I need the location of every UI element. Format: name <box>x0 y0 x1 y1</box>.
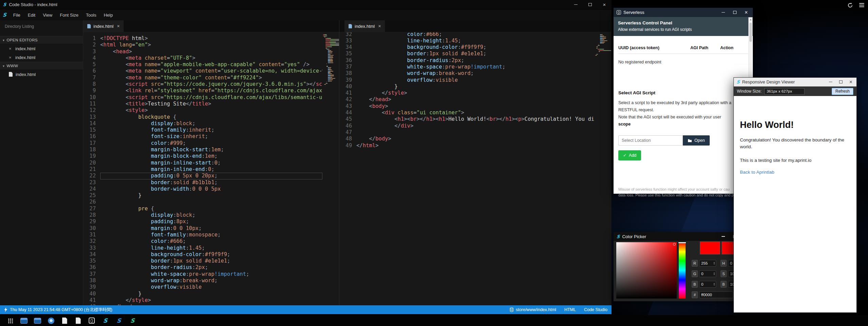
serverless-app-icon[interactable] <box>85 315 99 326</box>
text-document-icon[interactable] <box>58 315 71 326</box>
code-line[interactable]: <meta charset="UTF-8"> <box>100 55 322 61</box>
code-line[interactable]: padding:0 5px 0 20px; <box>100 173 322 179</box>
code-line[interactable]: white-space:pre-wrap!important; <box>100 271 322 277</box>
add-button[interactable]: ✓ Add <box>618 150 641 160</box>
code-line[interactable]: color:#666; <box>100 238 322 245</box>
code-line[interactable]: word-wrap:break-word; <box>100 277 322 284</box>
input-r[interactable]: 255 <box>699 260 716 267</box>
scroll-up-icon[interactable]: ▲ <box>749 17 752 21</box>
hue-slider[interactable] <box>679 242 686 299</box>
minimize-button[interactable] <box>569 0 583 9</box>
file-manager-icon[interactable] <box>17 315 31 326</box>
code-line[interactable]: </div> <box>356 123 595 129</box>
code-line[interactable]: border:1px solid #e1e1e1; <box>100 258 322 264</box>
menu-edit[interactable]: Edit <box>24 11 39 19</box>
open-button[interactable]: Open <box>683 135 710 146</box>
code-line[interactable]: <style> <box>100 107 322 114</box>
status-app-name[interactable]: Code Studio <box>584 307 607 312</box>
code-line[interactable]: } <box>356 83 595 90</box>
stepper-icons[interactable] <box>713 283 716 286</box>
scroll-thumb[interactable] <box>749 23 752 42</box>
maximize-button[interactable] <box>839 80 843 83</box>
input-g[interactable]: 0 <box>699 270 716 277</box>
code-lines[interactable]: <!DOCTYPE html><html lang="en"> <head> <… <box>100 32 322 305</box>
code-line[interactable]: </body> <box>356 136 595 142</box>
hue-thumb[interactable] <box>678 242 686 243</box>
app-grid-icon[interactable] <box>3 315 17 326</box>
menu-help[interactable]: Help <box>100 11 117 19</box>
code-line[interactable]: </head> <box>356 96 595 103</box>
close-button[interactable]: × <box>597 0 612 9</box>
code-line[interactable]: border-radius:2px; <box>100 264 322 271</box>
code-line[interactable]: font-family:inherit; <box>100 127 322 133</box>
code-line[interactable]: blockquote { <box>100 114 322 120</box>
code-line[interactable]: font-size:inherit; <box>100 133 322 140</box>
code-line[interactable]: <meta name="theme-color" content="#ff922… <box>100 75 322 81</box>
menu-tools[interactable]: Tools <box>82 11 100 19</box>
tab-index-html[interactable]: index.html × <box>83 20 124 32</box>
code-line[interactable]: border-radius:2px; <box>356 57 595 64</box>
code-line[interactable]: line-height:1.45; <box>100 245 322 251</box>
code-editor[interactable]: 323334353637383940414243444546474849 col… <box>339 32 611 305</box>
code-line[interactable]: overflow:visible <box>100 284 322 290</box>
code-line[interactable]: padding:8px; <box>100 218 322 225</box>
menu-font-size[interactable]: Font Size <box>56 11 82 19</box>
code-line[interactable]: } <box>100 192 322 199</box>
close-icon[interactable]: × <box>9 55 12 60</box>
tab-close-icon[interactable]: × <box>117 23 120 29</box>
code-line[interactable]: background-color:#f9f9f9; <box>356 44 595 51</box>
code-line[interactable]: <title>Testing Site</title> <box>100 101 322 107</box>
code-line[interactable]: <!DOCTYPE html> <box>100 35 322 42</box>
code-lines[interactable]: color:#666; line-height:1.45; background… <box>356 32 595 305</box>
tab-index-html[interactable]: index.html × <box>344 20 385 32</box>
hex-input[interactable]: ff0000 <box>699 291 733 298</box>
minimap[interactable] <box>322 32 339 305</box>
code-line[interactable]: display:block; <box>100 120 322 127</box>
close-button[interactable]: × <box>849 79 852 85</box>
code-studio-cyan-icon[interactable]: S <box>99 315 112 326</box>
code-line[interactable]: margin-inline-end:0; <box>100 166 322 173</box>
serverless-titlebar[interactable]: Serverless × <box>614 8 753 17</box>
refresh-button[interactable]: Refresh <box>832 88 853 95</box>
code-line[interactable]: line-height:1.45; <box>356 38 595 44</box>
code-line[interactable]: color:#666; <box>356 32 595 38</box>
maximize-button[interactable] <box>733 11 737 14</box>
tab-close-icon[interactable]: × <box>378 23 381 29</box>
menu-icon[interactable] <box>858 2 865 8</box>
code-line[interactable]: } <box>100 291 322 297</box>
sv-cursor[interactable] <box>673 243 676 246</box>
sidebar-item-index.html[interactable]: ×index.html <box>0 53 83 62</box>
code-line[interactable]: margin-inline-start:0; <box>100 160 322 166</box>
code-line[interactable]: border:1px solid #e1e1e1; <box>356 51 595 57</box>
status-file[interactable]: store/www/index.html <box>510 307 556 312</box>
back-to-aprintlab-link[interactable]: Back to Aprintlab <box>740 170 774 175</box>
code-line[interactable]: margin:0 0 10px; <box>100 225 322 232</box>
text-document-icon[interactable] <box>71 315 85 326</box>
code-editor[interactable]: 1234567891011121314151617181920212223242… <box>83 32 339 305</box>
stepper-icons[interactable] <box>713 262 716 265</box>
code-studio-blue-icon[interactable]: S <box>112 315 126 326</box>
code-line[interactable]: <html lang="en"> <box>100 42 322 48</box>
code-line[interactable]: display:block; <box>100 212 322 218</box>
code-line[interactable] <box>356 129 595 136</box>
close-icon[interactable]: × <box>9 46 12 51</box>
code-line[interactable]: <meta name="apple-mobile-web-app-capable… <box>100 61 322 68</box>
status-language[interactable]: HTML <box>564 307 576 312</box>
location-input[interactable] <box>618 135 683 146</box>
code-line[interactable]: font-family:monospace; <box>100 232 322 238</box>
input-b[interactable]: 0 <box>699 281 716 288</box>
code-line[interactable]: background-color:#f9f9f9; <box>100 251 322 258</box>
code-line[interactable]: <body> <box>356 103 595 110</box>
browser-icon[interactable] <box>44 315 58 326</box>
sidebar-item-index.html[interactable]: ×index.html <box>0 44 83 53</box>
code-line[interactable]: margin-block-start:1em; <box>100 147 322 153</box>
saturation-value-picker[interactable] <box>616 242 677 299</box>
code-line[interactable]: margin-block-end:1em; <box>100 153 322 159</box>
code-line[interactable]: border-width:0 0 0 5px <box>100 186 322 192</box>
stepper-icons[interactable] <box>713 272 716 275</box>
color-picker-titlebar[interactable]: S Color Picker × <box>614 232 753 241</box>
code-line[interactable]: <script src="https://cdnjs.cloudflare.co… <box>100 94 322 101</box>
minimize-button[interactable] <box>829 82 832 82</box>
code-line[interactable]: </style> <box>100 297 322 304</box>
code-line[interactable]: <meta name="viewport" content="user-scal… <box>100 68 322 74</box>
